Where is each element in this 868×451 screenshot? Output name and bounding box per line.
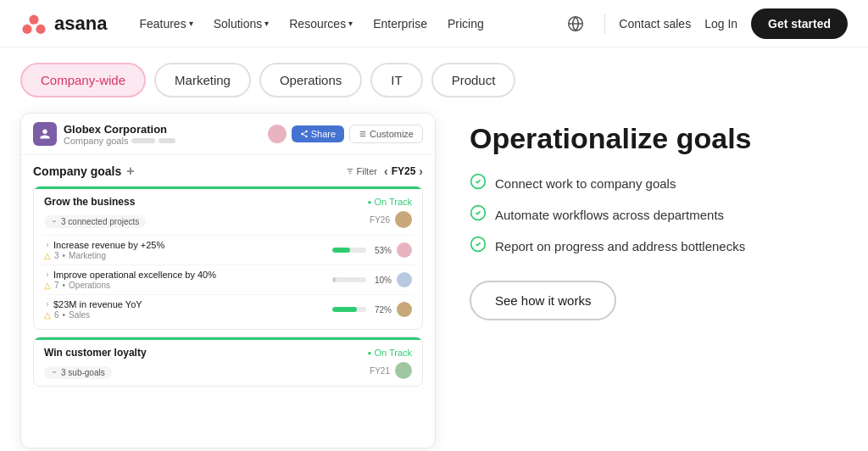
nav-features[interactable]: Features <box>131 12 201 36</box>
mini-bar-fill-2 <box>332 277 336 282</box>
goal-group-name-2: Win customer loyalty <box>44 347 147 359</box>
nav-pricing[interactable]: Pricing <box>439 12 492 36</box>
tab-operations[interactable]: Operations <box>259 63 362 97</box>
nav-enterprise[interactable]: Enterprise <box>364 12 436 36</box>
mini-bar-2 <box>332 277 366 282</box>
sub-goal-1: Increase revenue by +25% △ 3 • Marketing <box>41 235 415 264</box>
goal-group-header-2: Win customer loyalty On Track 3 sub-goal… <box>34 340 422 386</box>
get-started-button[interactable]: Get started <box>751 8 848 39</box>
avatar-sub-3 <box>397 302 412 317</box>
tab-product[interactable]: Product <box>431 63 516 97</box>
language-selector[interactable] <box>560 8 591 39</box>
mini-bar-1 <box>332 248 366 253</box>
sub-goal-meta-1: △ 3 • Marketing <box>44 251 327 260</box>
avatar-header <box>268 125 287 143</box>
feature-text-1: Connect work to company goals <box>495 176 676 191</box>
tab-company-wide[interactable]: Company-wide <box>20 63 146 97</box>
tabs-section: Company-wide Marketing Operations IT Pro… <box>0 47 868 113</box>
card-header: Globex Corporation Company goals Share <box>21 114 435 155</box>
goal-group-row-1: Grow the business On Track <box>44 196 412 208</box>
avatar-sub-1 <box>397 242 412 258</box>
sub-goal-left-2: Improve operational excellence by 40% △ … <box>44 270 327 290</box>
chevron-right-icon3 <box>44 301 51 308</box>
chevron-right-icon2 <box>44 271 51 278</box>
sub-goal-right-1: 53% <box>332 242 412 258</box>
sub-goal-2: Improve operational excellence by 40% △ … <box>41 264 415 294</box>
logo[interactable]: asana <box>20 10 107 37</box>
nav-solutions[interactable]: Solutions <box>205 12 278 36</box>
tab-it[interactable]: IT <box>370 63 422 97</box>
goal-meta-2: 3 sub-goals FY21 <box>44 362 412 379</box>
pct-3: 72% <box>371 305 392 315</box>
avatar-goal-1 <box>395 211 412 228</box>
goal-fy-avatar-1: FY26 <box>370 211 412 228</box>
customize-icon <box>359 130 367 138</box>
mini-bar-fill-1 <box>332 248 350 253</box>
filter-button[interactable]: Filter <box>346 166 377 176</box>
goal-fy-avatar-2: FY21 <box>370 362 412 379</box>
corp-info: Globex Corporation Company goals <box>64 123 175 146</box>
sub-goal-left-3: $23M in revenue YoY △ 6 • Sales <box>44 299 327 320</box>
card-header-right: Share Customize <box>268 125 423 143</box>
see-how-button[interactable]: See how it works <box>470 281 616 320</box>
sub-goal-left-1: Increase revenue by +25% △ 3 • Marketing <box>44 240 327 260</box>
right-section: Operationalize goals Connect work to com… <box>470 113 848 448</box>
connected-projects-tag[interactable]: 3 connected projects <box>44 215 146 228</box>
sub-goal-meta-2: △ 7 • Operations <box>44 281 327 290</box>
fy-nav: ‹ FY25 › <box>384 164 423 178</box>
avatar-sub-2 <box>397 272 412 287</box>
person-icon <box>39 128 51 140</box>
mini-bar-3 <box>332 307 366 312</box>
avatar-goal-2 <box>395 362 412 379</box>
share-button[interactable]: Share <box>292 125 344 142</box>
goals-controls: Filter ‹ FY25 › <box>346 164 423 178</box>
login-button[interactable]: Log In <box>704 17 737 31</box>
arrow-down-icon <box>51 218 58 225</box>
svg-point-2 <box>36 24 45 33</box>
feature-item-2: Automate workflows across departments <box>470 204 848 226</box>
sub-goal-3: $23M in revenue YoY △ 6 • Sales <box>41 294 415 324</box>
arrow-down-icon2 <box>51 369 58 376</box>
chevron-right-icon <box>44 242 51 248</box>
pct-1: 53% <box>371 246 392 255</box>
share-icon <box>300 130 309 138</box>
sub-goal-title-3: $23M in revenue YoY <box>44 299 327 309</box>
check-icon-1 <box>470 173 487 194</box>
feature-text-2: Automate workflows across departments <box>495 208 724 222</box>
goal-meta-1: 3 connected projects FY26 <box>44 211 412 228</box>
mini-bar-fill-3 <box>332 307 357 312</box>
goal-group-row-2: Win customer loyalty On Track <box>44 347 412 359</box>
nav-resources[interactable]: Resources <box>281 12 361 36</box>
sub-goals-1: Increase revenue by +25% △ 3 • Marketing <box>34 235 422 329</box>
goal-status-2: On Track <box>368 348 412 358</box>
goal-group-1: Grow the business On Track 3 connected p… <box>33 186 423 330</box>
app-screenshot-card: Globex Corporation Company goals Share <box>20 113 436 448</box>
check-icon-2 <box>470 204 487 226</box>
logo-text: asana <box>54 13 107 35</box>
tab-marketing[interactable]: Marketing <box>154 63 251 97</box>
svg-point-1 <box>22 24 31 33</box>
goal-status-1: On Track <box>368 197 412 207</box>
fy-prev-button[interactable]: ‹ <box>384 164 388 178</box>
filter-icon <box>346 167 354 175</box>
goal-group-2: Win customer loyalty On Track 3 sub-goal… <box>33 337 423 387</box>
fy-next-button[interactable]: › <box>419 164 423 178</box>
svg-point-0 <box>29 14 38 24</box>
sub-goal-title-1: Increase revenue by +25% <box>44 240 327 250</box>
customize-button[interactable]: Customize <box>349 125 423 143</box>
connected-subgoals-tag[interactable]: 3 sub-goals <box>44 366 112 379</box>
pct-2: 10% <box>371 276 392 285</box>
sub-goal-right-3: 72% <box>332 302 412 317</box>
check-icon-3 <box>470 236 487 257</box>
placeholder-bar2 <box>159 138 175 143</box>
card-header-left: Globex Corporation Company goals <box>33 122 175 146</box>
sub-goal-title-2: Improve operational excellence by 40% <box>44 270 327 280</box>
placeholder-bar1 <box>131 138 155 143</box>
feature-item-3: Report on progress and address bottlenec… <box>470 236 848 257</box>
contact-sales-link[interactable]: Contact sales <box>619 17 691 31</box>
feature-item-1: Connect work to company goals <box>470 173 848 194</box>
goals-header: Company goals + Filter ‹ FY25 › <box>33 164 423 179</box>
add-goal-button[interactable]: + <box>126 164 134 179</box>
nav-links: Features Solutions Resources Enterprise … <box>131 12 560 36</box>
card-subtext: Company goals <box>64 136 175 146</box>
